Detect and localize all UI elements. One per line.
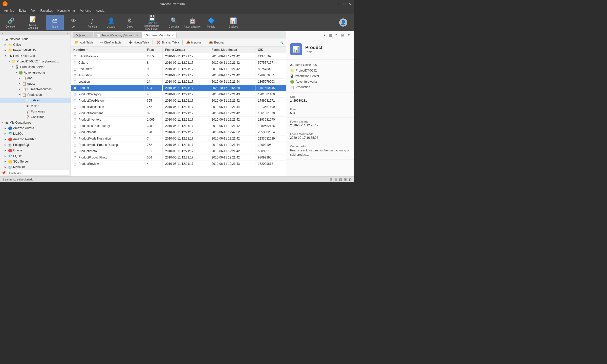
table-row[interactable]: 📋illustration52010-06-11 12:21:172010-06…: [71, 72, 286, 79]
sidebar-item-adventureworks[interactable]: ▼🟢Adventureworks: [0, 70, 71, 75]
table-row[interactable]: 📋Document92010-06-11 12:21:172010-06-11 …: [71, 66, 286, 72]
table-row[interactable]: 📋ProductDocument322010-06-11 12:21:17201…: [71, 110, 286, 117]
table-row[interactable]: 📋ProductModel1282010-06-11 12:21:172010-…: [71, 129, 286, 135]
table-row[interactable]: 📋ProductProductPhoto5042010-06-11 12:21:…: [71, 154, 286, 161]
menu-archivo[interactable]: Archivo: [2, 8, 16, 13]
table-row[interactable]: 📋ProductCategory42010-06-11 12:21:172010…: [71, 91, 286, 98]
table-row[interactable]: 📋BillOfMaterials2,6792010-06-11 12:21:17…: [71, 53, 286, 60]
table-row[interactable]: 📋ProductListPriceHistory3952010-06-11 12…: [71, 123, 286, 129]
sidebar-item-office[interactable]: ▶📁Office: [0, 42, 71, 48]
sidebar-item-amazon-aurora[interactable]: ▶🔵Amazon Aurora: [0, 125, 71, 131]
sidebar-up-arrow[interactable]: ▲: [0, 31, 6, 35]
sidebar-item-guest[interactable]: ▶📋guest: [0, 81, 71, 86]
menu-editar[interactable]: Editar: [17, 8, 29, 13]
search-input[interactable]: [7, 170, 69, 175]
sidebar-item-mysql[interactable]: ▶🐬MySQL: [0, 131, 71, 136]
info-btn-5[interactable]: ⚙: [346, 32, 352, 38]
table-row[interactable]: 📋Product5042010-06-11 12:21:172020-10-17…: [71, 85, 286, 91]
col-header-oid[interactable]: OID: [255, 47, 286, 53]
sidebar-item-oracle[interactable]: ▶🔴Oracle: [0, 148, 71, 153]
menu-herramientas[interactable]: Herramientas: [55, 8, 78, 13]
sidebar-item-tablas[interactable]: 📊Tablas: [0, 98, 71, 103]
col-header-filas[interactable]: Filas: [144, 47, 162, 53]
table-row[interactable]: 📋ProductInventory1,0692010-06-11 12:21:1…: [71, 117, 286, 123]
view-btn-4[interactable]: ▣: [344, 178, 347, 181]
table-row[interactable]: 📋Location142010-06-11 12:21:172010-06-11…: [71, 79, 286, 85]
toolbar-ver[interactable]: 👁Ver: [65, 15, 82, 30]
toolbar-graficos[interactable]: 📊Gráficos: [224, 15, 242, 30]
table-row[interactable]: 📋ProductPhoto1012010-06-11 12:21:172010-…: [71, 148, 286, 154]
sidebar-item-sqlite[interactable]: ▶💎SQLite: [0, 153, 71, 159]
obj-btn-importar[interactable]: 📥Importar: [184, 40, 204, 45]
menu-favoritos[interactable]: Favoritos: [38, 8, 55, 13]
list-view-btn[interactable]: ☰: [334, 178, 337, 181]
amazon-aurora-icon: 🔵: [8, 126, 12, 130]
menu-ayuda[interactable]: Ayuda: [94, 8, 106, 13]
tab-objects[interactable]: Objetos: [73, 32, 93, 38]
info-btn-4[interactable]: ⊞: [340, 32, 345, 38]
detail-view-btn[interactable]: ▤: [339, 178, 342, 181]
obj-btn-exportar[interactable]: 📤Exportar: [207, 40, 227, 45]
minimize-button[interactable]: ─: [337, 2, 340, 6]
toolbar-automatizacion[interactable]: 🤖Automatización: [184, 15, 201, 30]
table-row[interactable]: 📋Culture82010-06-11 12:21:172010-06-11 1…: [71, 60, 286, 66]
toolbar-modelo[interactable]: 🔷Modelo: [202, 15, 220, 30]
sidebar-item-production[interactable]: ▼📋Production: [0, 92, 71, 98]
toolbar-copia-seguridad[interactable]: 💾Copia de seguridad de SQL Server: [143, 15, 161, 30]
table-row[interactable]: 📋ProductModelProductDescript...7622010-0…: [71, 142, 286, 148]
toolbar-tabla[interactable]: 🗃Tabla: [46, 15, 64, 30]
close-button[interactable]: ✕: [348, 2, 352, 6]
toolbar-nueva-consulta[interactable]: 📝Nueva Consulta: [24, 15, 42, 30]
toolbar-conexion[interactable]: 🔗Conexión: [2, 15, 20, 30]
tab-sin-titulo-close[interactable]: ✕: [172, 34, 174, 37]
sidebar-item-dbo[interactable]: ▶📋dbo: [0, 75, 71, 81]
profile-button[interactable]: 👤: [334, 15, 352, 30]
toolbar-otros[interactable]: ⚙Otros: [121, 15, 139, 30]
sidebar-item-production-server[interactable]: ▼🗄Production Server: [0, 64, 71, 70]
info-btn-2[interactable]: ▦: [327, 32, 333, 38]
obj-btn-nueva-tabla[interactable]: ➕Nueva Tabla: [126, 40, 151, 45]
toolbar-consulta[interactable]: 🔍Consulta: [165, 15, 183, 30]
table-row[interactable]: 📋ProductDescription7622010-06-11 12:21:1…: [71, 104, 286, 110]
sidebar-item-navicat-cloud[interactable]: ▼☁Navicat Cloud: [0, 36, 71, 42]
sidebar-item-mis-conexiones[interactable]: ▼🔌Mis Conexiones: [0, 120, 71, 125]
sidebar-item-consultas[interactable]: ❓Consultas: [0, 114, 71, 120]
sidebar-item-head-office-305[interactable]: ▼🖧Head Office 305: [0, 53, 71, 59]
table-row[interactable]: 📋ProductReview42010-06-11 12:21:172010-0…: [71, 161, 286, 167]
table-row[interactable]: 📋ProductCostHistory3952010-06-11 12:21:1…: [71, 98, 286, 104]
col-header-fecha-creada[interactable]: Fecha Creada: [163, 47, 209, 53]
obj-btn-eliminar-tabla[interactable]: ❌Eliminar Tabla: [154, 40, 181, 45]
grid-view-btn[interactable]: ⊞: [330, 178, 332, 181]
obj-btn-disenar-tabla[interactable]: ✏Diseñar Tabla: [98, 40, 123, 45]
sidebar-item-amazon-redshift[interactable]: ▶🔴Amazon Redshift: [0, 136, 71, 142]
filas-label: Filas: [290, 108, 350, 111]
sidebar-item-postgresql[interactable]: ▶🐘PostgreSQL: [0, 142, 71, 148]
sidebar-item-project-mh[interactable]: ▶📁Project MH-0015: [0, 48, 71, 53]
info-btn-1[interactable]: ℹ: [322, 32, 326, 38]
view-btn-5[interactable]: ◧: [349, 178, 352, 181]
cell-filas: 128: [144, 129, 162, 135]
sidebar-down-arrow[interactable]: ▼: [65, 31, 71, 35]
col-header-nombre[interactable]: Nombre▼: [71, 47, 144, 53]
menu-ventana[interactable]: Ventana: [78, 8, 93, 13]
sidebar-item-mariadb[interactable]: ▶🦭MariaDB: [0, 164, 71, 169]
sidebar-pin-icon[interactable]: 📌: [2, 171, 6, 175]
sidebar-item-projectdt-0052[interactable]: ▼📁ProjectDT-0052 (marybrown0...: [0, 59, 71, 64]
info-btn-3[interactable]: ≡: [334, 32, 339, 38]
sidebar-item-vistas[interactable]: 👁Vistas: [0, 103, 71, 109]
maximize-button[interactable]: □: [342, 2, 346, 6]
menu-ver[interactable]: Ver: [29, 8, 38, 13]
sidebar-item-sql-server[interactable]: ▶🟡SQL Server: [0, 159, 71, 164]
toolbar-funcion[interactable]: ƒFunción: [83, 15, 101, 30]
col-header-fecha-modificada[interactable]: Fecha Modificada: [209, 47, 255, 53]
tab-product-category-close[interactable]: ✕: [136, 34, 138, 37]
tab-sin-titulo[interactable]: * Sin título - Consulta✕: [141, 32, 177, 38]
toolbar-usuario[interactable]: 👤Usuario: [102, 15, 120, 30]
obj-search-icon[interactable]: 🔍: [279, 40, 284, 44]
sidebar-item-funciones[interactable]: ƒFunciones: [0, 109, 71, 114]
sidebar-item-humanresources[interactable]: ▶📋HumanResources: [0, 86, 71, 92]
table-row[interactable]: 📋ProductModelIllustration72010-06-11 12:…: [71, 135, 286, 142]
tree-expand-arrow: ▶: [5, 166, 8, 168]
obj-btn-abrir-tabla[interactable]: 📂Abrir Tabla: [73, 40, 95, 45]
tab-product-category[interactable]: 📊ProductCategory @Adve...✕: [94, 32, 141, 38]
